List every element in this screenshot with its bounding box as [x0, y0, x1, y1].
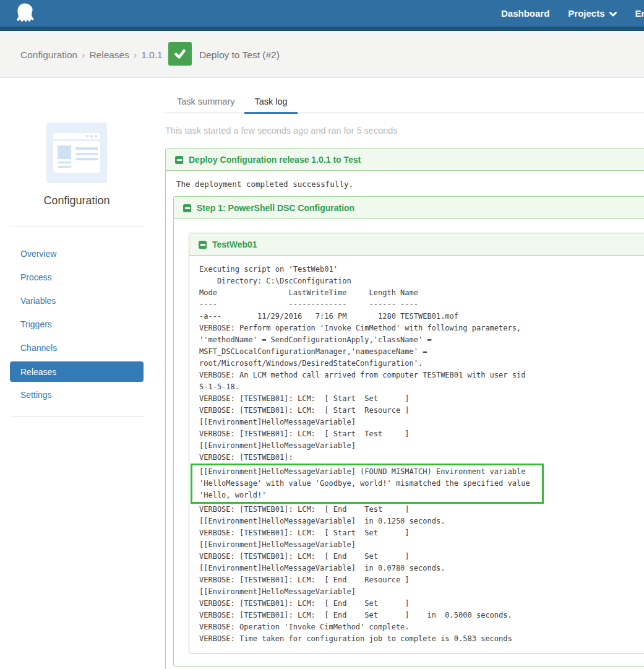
tab-task-summary[interactable]: Task summary: [167, 93, 244, 113]
main-content: Task summary Task log This task started …: [165, 78, 644, 669]
octopus-logo-icon[interactable]: [12, 1, 37, 26]
sidebar-item-overview[interactable]: Overview: [10, 242, 144, 265]
sidebar-item-variables[interactable]: Variables: [10, 289, 144, 313]
deploy-panel-header[interactable]: Deploy Configuration release 1.0.1 to Te…: [166, 149, 644, 171]
task-success-check-icon: [168, 42, 192, 66]
collapse-minus-icon: [183, 204, 191, 212]
page-title: Deploy to Test (#2): [199, 50, 280, 61]
sidebar-nav: Overview Process Variables Triggers Chan…: [10, 242, 144, 407]
collapse-minus-icon: [175, 156, 183, 164]
machine-panel-body: Executing script on 'TestWeb01' Director…: [189, 256, 644, 653]
nav-dashboard-label: Dashboard: [501, 8, 549, 19]
log-mismatch-highlight: [[Environment]HelloMessageVariable] (FOU…: [191, 464, 544, 504]
machine-panel-title: TestWeb01: [212, 240, 257, 249]
sidebar-item-settings[interactable]: Settings: [10, 383, 144, 407]
sidebar-item-triggers[interactable]: Triggers: [10, 313, 144, 336]
step-panel-body: TestWeb01 Executing script on 'TestWeb01…: [174, 219, 644, 666]
sidebar-divider-top: [10, 227, 144, 227]
breadcrumb-bar: Configuration›Releases›1.0.1› Deploy to …: [0, 31, 644, 78]
deploy-panel: Deploy Configuration release 1.0.1 to Te…: [165, 148, 644, 669]
machine-panel-header[interactable]: TestWeb01: [189, 233, 644, 256]
deploy-panel-title: Deploy Configuration release 1.0.1 to Te…: [189, 155, 361, 165]
browser-window-icon: [53, 133, 100, 173]
nav-environments-label: Environments: [635, 8, 644, 19]
sidebar-item-releases[interactable]: Releases: [10, 361, 144, 382]
top-navbar: Dashboard Projects Environments: [0, 0, 644, 27]
navbar-bottom-strip: [0, 27, 644, 31]
nav-projects-link[interactable]: Projects: [568, 8, 616, 19]
sidebar-item-process[interactable]: Process: [10, 265, 144, 289]
sidebar-divider-bottom: [10, 416, 144, 417]
step-panel-header[interactable]: Step 1: PowerShell DSC Configuration: [174, 197, 644, 219]
task-tabs: Task summary Task log: [165, 93, 644, 113]
deploy-panel-body: The deployment completed successfully. S…: [166, 171, 644, 669]
deploy-result-message: The deployment completed successfully.: [173, 179, 644, 189]
chevron-down-icon: [609, 8, 617, 19]
project-logo: [46, 123, 107, 183]
breadcrumb-link-releases[interactable]: Releases: [89, 50, 129, 60]
nav-projects-label: Projects: [568, 8, 604, 19]
tab-task-log[interactable]: Task log: [244, 93, 297, 114]
breadcrumb: Configuration›Releases›1.0.1›: [20, 50, 174, 61]
breadcrumb-link-version[interactable]: 1.0.1: [141, 50, 162, 60]
task-duration-text: This task started a few seconds ago and …: [165, 126, 644, 136]
nav-dashboard-link[interactable]: Dashboard: [501, 8, 549, 19]
machine-panel: TestWeb01 Executing script on 'TestWeb01…: [189, 233, 644, 654]
breadcrumb-link-configuration[interactable]: Configuration: [20, 50, 77, 60]
breadcrumb-separator: ›: [82, 50, 85, 60]
navbar-links: Dashboard Projects Environments: [501, 0, 644, 27]
log-text-after: VERBOSE: [TESTWEB01]: LCM: [ End Test ] …: [199, 504, 644, 645]
sidebar-item-channels[interactable]: Channels: [10, 336, 144, 360]
step-panel: Step 1: PowerShell DSC Configuration Tes…: [173, 196, 644, 667]
project-name: Configuration: [10, 194, 144, 207]
log-text-before: Executing script on 'TestWeb01' Director…: [199, 264, 644, 464]
breadcrumb-separator: ›: [134, 50, 137, 60]
nav-environments-link[interactable]: Environments: [635, 8, 644, 19]
step-panel-title: Step 1: PowerShell DSC Configuration: [197, 203, 354, 213]
collapse-minus-icon: [199, 241, 207, 249]
